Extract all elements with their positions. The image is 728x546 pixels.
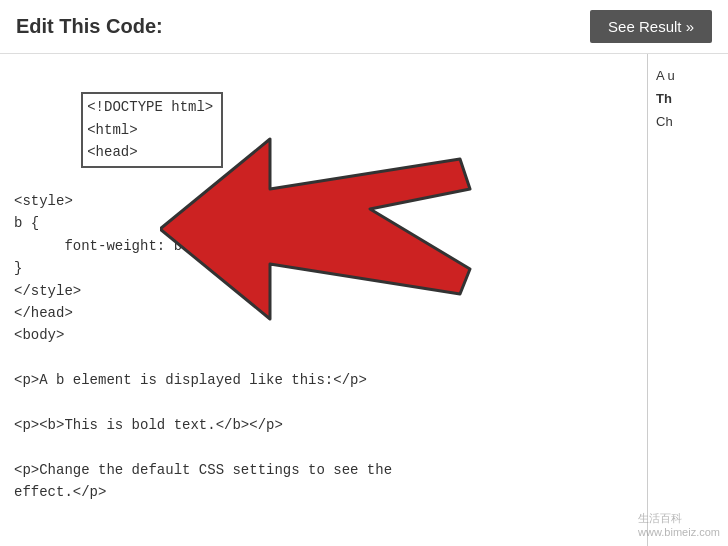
code-display: <!DOCTYPE html> <html> <head> <style> b … bbox=[14, 70, 633, 546]
page-wrapper: Edit This Code: See Result » <!DOCTYPE h… bbox=[0, 0, 728, 546]
code-panel[interactable]: <!DOCTYPE html> <html> <head> <style> b … bbox=[0, 54, 648, 546]
see-result-button[interactable]: See Result » bbox=[590, 10, 712, 43]
result-line-3: Ch bbox=[656, 114, 720, 129]
page-title: Edit This Code: bbox=[16, 15, 163, 38]
result-line-2: Th bbox=[656, 91, 720, 106]
result-content: A u Th Ch bbox=[656, 68, 720, 129]
header-bar: Edit This Code: See Result » bbox=[0, 0, 728, 54]
highlighted-code-block: <!DOCTYPE html> <html> <head> bbox=[81, 92, 223, 167]
watermark: 生活百科www.bimeiz.com bbox=[638, 511, 720, 538]
main-content: <!DOCTYPE html> <html> <head> <style> b … bbox=[0, 54, 728, 546]
remaining-code: <style> b { font-weight: bold; } </style… bbox=[14, 190, 633, 503]
result-line-1: A u bbox=[656, 68, 720, 83]
result-panel: A u Th Ch bbox=[648, 54, 728, 546]
